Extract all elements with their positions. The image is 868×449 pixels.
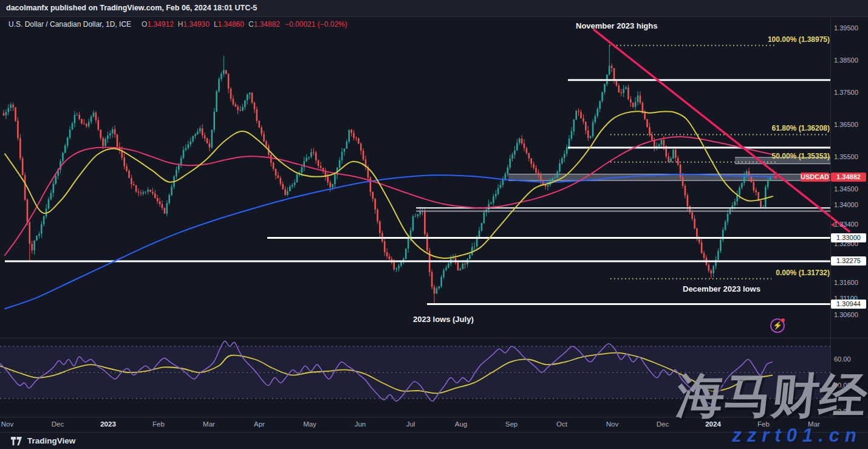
price-level-chip: 1.32275: [831, 256, 866, 266]
price-tick: 1.33400: [834, 221, 858, 228]
time-axis-label: Aug: [455, 420, 467, 428]
price-tick: 1.34000: [834, 201, 858, 208]
time-axis-label: Oct: [556, 420, 567, 428]
watermark-url: zzrt01.cn: [732, 425, 862, 447]
tradingview-logo[interactable]: [11, 437, 22, 445]
time-axis-label: Jul: [406, 420, 415, 428]
ohlc-values: O1.34912H1.34930L1.34860C1.34882: [137, 20, 280, 29]
watermark-chinese: 海马财经: [675, 372, 868, 419]
last-price-chip: 1.34882: [831, 173, 866, 182]
header-bar: dacolmanfx published on TradingView.com,…: [0, 0, 868, 17]
time-axis-label: Nov: [606, 420, 618, 428]
flash-icon[interactable]: ⚡: [770, 318, 785, 333]
change-value: −0.00021 (−0.02%): [285, 20, 347, 29]
price-tick: 1.37500: [834, 89, 858, 96]
time-axis-label: Feb: [152, 420, 165, 428]
fib-level-label: 100.00% (1.38975): [720, 35, 830, 44]
time-axis-label: 2023: [100, 420, 116, 428]
time-axis-label: Jun: [355, 420, 366, 428]
price-level-chip: 1.30944: [831, 300, 866, 309]
time-axis-label: Apr: [254, 420, 265, 428]
time-axis-label: Dec: [52, 420, 64, 428]
published-byline: dacolmanfx published on TradingView.com,…: [6, 4, 257, 12]
fib-level-label: 61.80% (1.36208): [720, 124, 830, 132]
price-tick: 1.30600: [834, 311, 858, 318]
price-level-chip: 1.33000: [831, 233, 866, 242]
price-axis-border: [830, 17, 831, 417]
ohlc-letter: H: [178, 20, 183, 29]
fib-level-label: 50.00% (1.35353): [720, 152, 830, 160]
notification-dot: [781, 318, 785, 322]
annotation-december-2023-lows: December 2023 lows: [683, 284, 760, 293]
lightning-icon: ⚡: [773, 321, 782, 330]
price-tick: 1.39500: [834, 24, 858, 32]
price-tick: 1.38500: [834, 57, 858, 64]
price-tick: 1.36500: [834, 121, 858, 128]
time-axis-label: May: [303, 420, 316, 428]
fib-level-label: 0.00% (1.31732): [720, 269, 830, 277]
symbol-price-label: USDCAD: [801, 173, 829, 182]
time-axis-label: Nov: [1, 420, 13, 428]
time-axis-label: Sep: [505, 420, 518, 428]
symbol-title: U.S. Dollar / Canadian Dollar, 1D, ICE: [9, 20, 131, 29]
ohlc-value: 1.34912: [147, 20, 173, 29]
time-axis-label: Dec: [657, 420, 669, 428]
rsi-pane-divider: [0, 338, 868, 338]
annotation-november-2023-highs: November 2023 highs: [576, 21, 657, 30]
time-axis-label: Mar: [203, 420, 215, 428]
brand-name: TradingView: [27, 436, 75, 445]
price-tick: 1.35500: [834, 153, 858, 160]
price-tick: 1.34500: [834, 185, 858, 193]
annotation-2023-july-lows: 2023 lows (July): [413, 315, 474, 324]
rsi-tick: 60.00: [834, 355, 851, 363]
price-tick: 1.31600: [834, 279, 858, 286]
ohlc-value: 1.34860: [218, 20, 244, 29]
symbol-legend: U.S. Dollar / Canadian Dollar, 1D, ICEO1…: [9, 20, 347, 29]
ohlc-letter: L: [214, 20, 218, 29]
ohlc-value: 1.34882: [254, 20, 280, 29]
ohlc-letter: C: [248, 20, 254, 29]
ohlc-value: 1.34930: [183, 20, 210, 29]
trendline-price-marker: [831, 222, 835, 227]
